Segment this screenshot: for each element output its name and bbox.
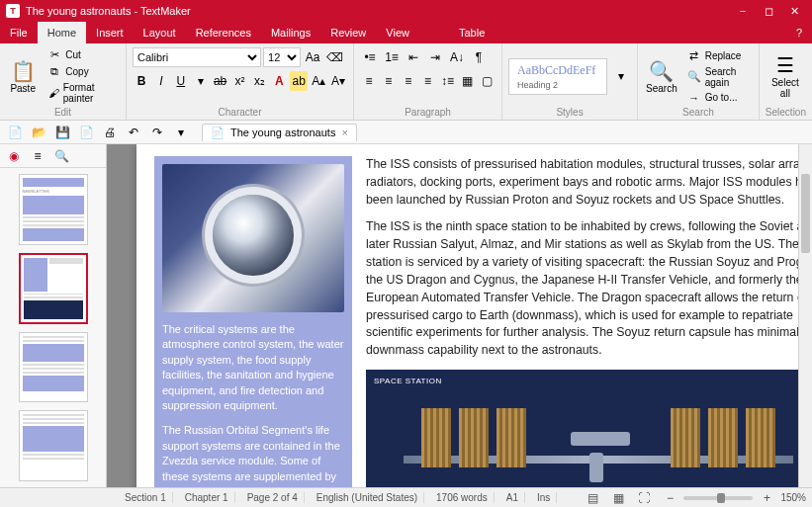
decrease-indent-button[interactable]: ⇤ [404,47,423,67]
style-heading2[interactable]: AaBbCcDdEeFf Heading 2 [508,58,607,95]
status-chapter[interactable]: Chapter 1 [179,492,235,503]
page-thumbnail-1[interactable]: NEWSLETTER [19,174,88,245]
new-doc-button[interactable]: 📄 [4,123,26,142]
open-button[interactable]: 📂 [28,123,49,142]
undo-button[interactable]: ↶ [123,123,144,142]
zoom-value[interactable]: 150% [780,492,806,503]
search-again-button[interactable]: 🔍Search again [683,65,753,89]
tab-layout[interactable]: Layout [134,22,186,43]
doc-icon: 📄 [211,127,225,139]
redo-button[interactable]: ↷ [146,123,168,142]
style-name: Heading 2 [517,80,598,90]
shrink-font-button[interactable]: A▾ [329,71,347,91]
search-icon: 🔍 [649,59,674,83]
font-color-button[interactable]: A [270,71,288,91]
save-button[interactable]: 💾 [51,123,73,142]
justify-button[interactable]: ≡ [419,71,437,91]
tab-table[interactable]: Table [449,22,495,43]
document-tab[interactable]: 📄 The young astronauts × [202,124,357,141]
styles-more-button[interactable]: ▾ [611,66,631,86]
help-button[interactable]: ? [786,22,812,43]
goto-icon: → [687,92,701,104]
ribbon-tabs: File Home Insert Layout References Maili… [0,22,812,43]
paste-button[interactable]: 📋 Paste [6,47,40,105]
underline-button[interactable]: U [172,71,190,91]
status-cell-ref: A1 [500,492,525,503]
show-marks-button[interactable]: ¶ [469,47,489,67]
sidebar-tab-thumbnails[interactable]: ◉ [4,146,24,166]
superscript-button[interactable]: x² [231,71,249,91]
sidebar-tab-outline[interactable]: ≡ [28,146,47,166]
more-font-button[interactable]: ▾ [192,71,210,91]
select-all-icon: ☰ [776,53,794,77]
status-page[interactable]: Page 2 of 4 [241,492,305,503]
print-button[interactable]: 🖨 [99,123,121,142]
document-tab-close[interactable]: × [341,127,347,138]
tab-insert[interactable]: Insert [86,22,134,43]
align-right-button[interactable]: ≡ [400,71,417,91]
page-thumbnail-3[interactable] [19,332,88,403]
copy-button[interactable]: ⧉Copy [44,64,120,79]
status-word-count[interactable]: 1706 words [430,492,495,503]
search-button[interactable]: 🔍 Search [644,47,679,105]
sidebar-search[interactable]: 🔍 [51,146,71,166]
status-language[interactable]: English (United States) [311,492,424,503]
font-size-select[interactable]: 12 [263,47,301,67]
format-painter-button[interactable]: 🖌Format painter [44,81,120,105]
line-spacing-button[interactable]: ↕≡ [438,71,456,91]
maximize-button[interactable]: ◻ [757,2,780,20]
left-paragraph-2: The Russian Orbital Segment's life suppo… [162,423,344,487]
pdf-button[interactable]: 📄 [75,123,97,142]
cut-button[interactable]: ✂Cut [44,47,120,62]
bold-button[interactable]: B [133,71,150,91]
subscript-button[interactable]: x₂ [250,71,268,91]
status-insert-mode[interactable]: Ins [531,492,557,503]
numbering-button[interactable]: 1≡ [382,47,402,67]
copy-icon: ⧉ [47,65,61,78]
tab-view[interactable]: View [376,22,419,43]
goto-button[interactable]: →Go to... [683,91,753,105]
zoom-slider[interactable] [683,496,753,500]
tab-mailings[interactable]: Mailings [261,22,320,43]
view-mode-outline[interactable]: ▦ [608,488,628,508]
view-mode-normal[interactable]: ▤ [583,488,602,508]
qat-more-button[interactable]: ▾ [170,123,192,142]
search-again-icon: 🔍 [687,70,701,83]
sort-button[interactable]: A↓ [447,47,467,67]
status-section[interactable]: Section 1 [119,492,173,503]
scrollbar-thumb[interactable] [801,174,810,253]
grow-font-button[interactable]: A▴ [310,71,327,91]
tab-file[interactable]: File [0,22,38,43]
zoom-out-button[interactable]: − [660,488,679,508]
select-all-button[interactable]: ☰ Select all [766,47,805,105]
font-name-select[interactable]: Calibri [133,47,261,67]
vertical-scrollbar[interactable] [798,144,812,487]
tab-home[interactable]: Home [38,22,86,43]
main-area: ◉ ≡ 🔍 NEWSLETTER [0,144,812,487]
minimize-button[interactable]: − [731,2,755,20]
borders-button[interactable]: ▢ [478,71,496,91]
italic-button[interactable]: I [152,71,170,91]
zoom-in-button[interactable]: + [757,488,776,508]
bullets-button[interactable]: •≡ [360,47,380,67]
style-preview: AaBbCcDdEeFf [517,63,598,78]
change-case-button[interactable]: Aa [303,47,322,67]
clear-formatting-button[interactable]: ⌫ [324,47,344,67]
highlight-button[interactable]: ab [290,71,308,91]
sidebar-tools: ◉ ≡ 🔍 [0,144,106,168]
page-thumbnail-4[interactable] [19,410,88,481]
page-thumbnail-2[interactable] [19,253,88,324]
align-center-button[interactable]: ≡ [380,71,398,91]
view-mode-fullscreen[interactable]: ⛶ [634,488,654,508]
strikethrough-button[interactable]: ab [212,71,229,91]
close-button[interactable]: ✕ [782,2,806,20]
shading-button[interactable]: ▦ [458,71,476,91]
tab-review[interactable]: Review [320,22,376,43]
replace-button[interactable]: ⇄Replace [683,48,753,63]
tab-references[interactable]: References [186,22,261,43]
align-left-button[interactable]: ≡ [360,71,378,91]
cut-icon: ✂ [47,48,61,61]
group-label-styles: Styles [508,105,631,118]
document-view[interactable]: The critical systems are the atmosphere … [107,144,812,487]
increase-indent-button[interactable]: ⇥ [425,47,445,67]
